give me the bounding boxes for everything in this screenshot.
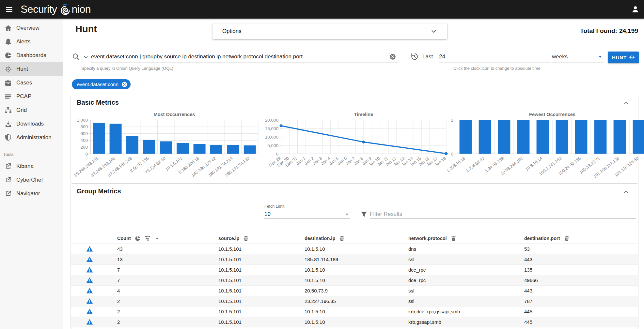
table-cell[interactable]: 10.1.5.101 <box>210 288 296 293</box>
table-row[interactable]: 710.1.5.10110.1.5.10dce_rpc49666 <box>71 275 638 286</box>
table-cell[interactable]: dns <box>400 246 515 252</box>
warning-icon[interactable] <box>86 308 93 315</box>
sidebar-item-administration[interactable]: Administration <box>0 131 63 144</box>
table-cell[interactable]: krb,dce_rpc,gssapi,smb <box>400 309 515 314</box>
query-history-chevron-icon[interactable] <box>83 54 89 60</box>
warning-icon[interactable] <box>86 256 93 263</box>
column-header-label[interactable]: network.protocol <box>408 236 447 241</box>
table-cell[interactable]: 787 <box>515 298 638 304</box>
user-account-icon[interactable] <box>631 5 639 13</box>
table-cell[interactable]: 10.1.5.101 <box>210 267 296 273</box>
sidebar-nav: OverviewAlertsDashboardsHuntCasesPCAPGri… <box>0 21 63 144</box>
table-cell[interactable]: 20.50.73.9 <box>296 288 400 293</box>
table-cell[interactable]: 10.1.5.101 <box>210 246 296 252</box>
hunt-button[interactable]: HUNT <box>608 52 639 63</box>
sidebar-item-downloads[interactable]: Downloads <box>0 117 63 131</box>
total-found-label: Total Found: <box>580 27 617 35</box>
table-cell[interactable]: 10.1.5.10 <box>296 319 400 325</box>
table-cell[interactable]: ssl <box>400 257 515 262</box>
table-cell[interactable]: 10.1.5.101 <box>210 257 296 262</box>
column-header-label[interactable]: Count <box>117 236 131 241</box>
sidebar-item-overview[interactable]: Overview <box>0 21 63 35</box>
table-cell[interactable]: dce_rpc <box>400 277 515 283</box>
table-cell[interactable]: ssl <box>400 298 515 304</box>
table-cell[interactable]: 10.1.5.10 <box>296 267 400 273</box>
table-row[interactable]: 210.1.5.10123.227.196.35ssl787 <box>71 296 638 307</box>
table-cell[interactable]: 43 <box>108 246 210 252</box>
sidebar-tool-kibana[interactable]: Kibana <box>0 159 63 173</box>
table-cell[interactable]: 2 <box>108 298 210 304</box>
table-row[interactable]: 210.1.5.10110.1.5.10krb,gssapi,smb445 <box>71 317 638 327</box>
table-row[interactable]: 4310.1.5.10110.1.5.10dns53 <box>71 244 638 254</box>
time-unit-select[interactable]: weeks <box>552 51 604 63</box>
table-cell[interactable]: 445 <box>515 309 638 314</box>
sidebar-item-grid[interactable]: Grid <box>0 103 63 117</box>
warning-icon[interactable] <box>86 287 93 294</box>
sidebar-item-hunt[interactable]: Hunt <box>0 62 63 76</box>
table-cell[interactable]: 185.81.114.189 <box>296 257 400 262</box>
table-cell[interactable]: 53 <box>515 246 638 252</box>
table-cell[interactable]: 23.227.196.35 <box>296 298 400 304</box>
table-row[interactable]: 410.1.5.10120.50.73.9ssl443 <box>71 286 638 296</box>
fetch-limit-value: 10 <box>264 211 271 217</box>
sidebar-item-dashboards[interactable]: Dashboards <box>0 49 63 62</box>
fetch-limit-select[interactable]: 10 <box>264 210 350 218</box>
filter-chip[interactable]: event.dataset:conn <box>72 79 131 89</box>
table-cell[interactable]: 10.1.5.101 <box>210 298 296 304</box>
query-input[interactable] <box>91 51 398 63</box>
table-cell[interactable]: 443 <box>515 257 638 262</box>
options-dropdown[interactable]: Options <box>212 23 447 39</box>
pie-chart-toggle-icon[interactable] <box>134 235 141 242</box>
remove-groupby-field-icon[interactable] <box>339 235 345 242</box>
table-cell[interactable]: 10.1.5.101 <box>210 309 296 314</box>
time-value-input[interactable] <box>439 51 551 63</box>
table-cell[interactable]: 443 <box>515 288 638 293</box>
table-cell[interactable]: 7 <box>108 267 210 273</box>
table-cell[interactable]: 135 <box>515 267 638 273</box>
warning-icon[interactable] <box>86 266 93 273</box>
table-cell[interactable]: 10.1.5.10 <box>296 246 400 252</box>
table-cell[interactable]: 10.1.5.101 <box>210 319 296 325</box>
remove-groupby-field-icon[interactable] <box>564 235 570 242</box>
table-cell[interactable]: 4 <box>108 288 210 293</box>
warning-icon[interactable] <box>86 298 93 305</box>
clear-query-icon[interactable] <box>389 53 396 60</box>
table-row[interactable]: 1310.1.5.101185.81.114.189ssl443 <box>71 254 638 265</box>
table-cell[interactable]: 10.1.5.101 <box>210 277 296 283</box>
warning-icon[interactable] <box>86 246 93 252</box>
collapse-section-icon[interactable] <box>622 188 630 196</box>
table-cell[interactable]: 13 <box>108 257 210 262</box>
relative-time-clock-icon[interactable] <box>410 52 418 61</box>
sidebar-item-pcap[interactable]: PCAP <box>0 90 63 103</box>
table-cell[interactable]: ssl <box>400 288 515 293</box>
column-header-label[interactable]: source.ip <box>218 236 239 241</box>
search-icon[interactable] <box>72 52 80 61</box>
sort-caret-icon[interactable] <box>154 235 160 242</box>
warning-icon[interactable] <box>86 319 93 325</box>
column-header-label[interactable]: destination.port <box>524 236 560 241</box>
remove-groupby-field-icon[interactable] <box>450 235 457 242</box>
table-cell[interactable]: 49666 <box>515 277 638 283</box>
remove-groupby-field-icon[interactable] <box>243 235 249 242</box>
sidebar-item-alerts[interactable]: Alerts <box>0 35 63 49</box>
table-cell[interactable]: 445 <box>515 319 638 325</box>
table-row[interactable]: 710.1.5.10110.1.5.10dce_rpc135 <box>71 265 638 275</box>
column-header-label[interactable]: destination.ip <box>305 236 335 241</box>
filter-results-input[interactable] <box>370 210 636 218</box>
sidebar-tool-navigator[interactable]: Navigator <box>0 187 63 201</box>
table-cell[interactable]: 7 <box>108 277 210 283</box>
table-cell[interactable]: krb,gssapi,smb <box>400 319 515 325</box>
warning-icon[interactable] <box>86 277 93 284</box>
hamburger-menu-icon[interactable] <box>5 5 13 14</box>
table-cell[interactable]: dce_rpc <box>400 267 515 273</box>
sidebar-tool-cyberchef[interactable]: CyberChef <box>0 173 63 187</box>
sidebar-item-cases[interactable]: Cases <box>0 76 63 90</box>
table-cell[interactable]: 2 <box>108 309 210 314</box>
remove-filter-icon[interactable] <box>121 81 128 88</box>
groupby-icon[interactable] <box>144 235 150 242</box>
table-row[interactable]: 210.1.5.10110.1.5.10krb,dce_rpc,gssapi,s… <box>71 307 638 317</box>
table-cell[interactable]: 10.1.5.10 <box>296 277 400 283</box>
table-cell[interactable]: 10.1.5.10 <box>296 309 400 314</box>
collapse-section-icon[interactable] <box>622 100 630 107</box>
table-cell[interactable]: 2 <box>108 319 210 325</box>
